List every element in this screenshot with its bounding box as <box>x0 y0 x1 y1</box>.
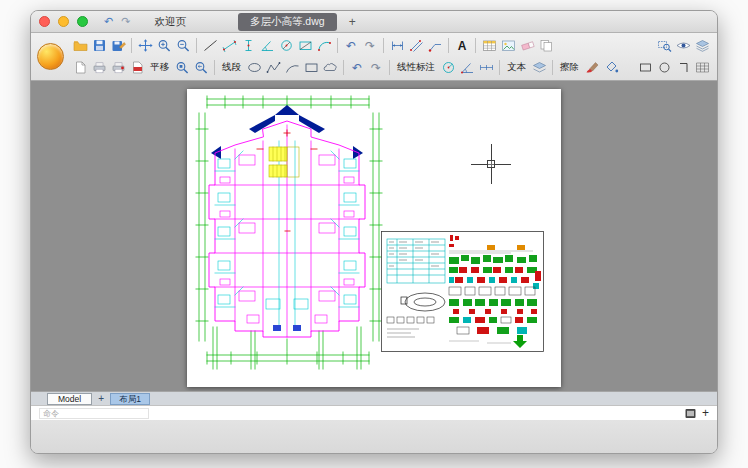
paper-sheet[interactable] <box>187 89 561 387</box>
print-button[interactable] <box>90 59 108 76</box>
text-tool-button[interactable]: A <box>453 37 471 54</box>
toolbar-row-1: ↶ ↷ A <box>71 35 711 56</box>
redo-arrow-icon: ↷ <box>365 40 375 52</box>
linear-dim-label[interactable]: 线性标注 <box>394 61 438 74</box>
measure-distance-button[interactable] <box>220 37 238 54</box>
fullscreen-window-button[interactable] <box>77 16 88 27</box>
paint-bucket-button[interactable] <box>602 59 620 76</box>
line-icon <box>203 39 218 52</box>
save-button[interactable] <box>90 37 108 54</box>
circle-shape-icon <box>657 61 672 74</box>
arc-tool-button[interactable] <box>283 59 301 76</box>
tab-welcome[interactable]: 欢迎页 <box>154 15 186 29</box>
dim-linear-button[interactable] <box>388 37 406 54</box>
undo-small-button[interactable]: ↶ <box>348 59 366 76</box>
preview-toggle-button[interactable] <box>685 408 696 419</box>
rect-shape-button[interactable] <box>636 59 654 76</box>
tab-model[interactable]: Model <box>47 393 92 405</box>
measure-arc-icon <box>317 39 332 52</box>
segment-label[interactable]: 线段 <box>219 61 244 74</box>
rectangle-tool-button[interactable] <box>302 59 320 76</box>
command-bar-plus-button[interactable]: + <box>702 407 709 419</box>
measure-vertical-button[interactable] <box>239 37 257 54</box>
layout-preview-icon <box>685 408 696 419</box>
zoom-previous-icon <box>194 61 209 74</box>
pan-button[interactable] <box>136 37 154 54</box>
zoom-extents-button[interactable] <box>173 59 191 76</box>
paint-bucket-icon <box>604 61 619 74</box>
text-label[interactable]: 文本 <box>504 61 529 74</box>
open-file-button[interactable] <box>71 37 89 54</box>
layers-tool-button[interactable] <box>530 59 548 76</box>
close-window-button[interactable] <box>39 16 50 27</box>
text-a-icon: A <box>458 39 467 53</box>
layers-icon <box>695 39 710 52</box>
save-as-icon <box>111 39 126 52</box>
grid-shape-button[interactable] <box>693 59 711 76</box>
zoom-extents-icon <box>175 61 190 74</box>
zoom-in-button[interactable] <box>155 37 173 54</box>
tab-active-document[interactable]: 多层小高等.dwg <box>238 13 337 31</box>
zoom-window-button[interactable] <box>655 37 673 54</box>
command-bar: + <box>31 405 717 420</box>
save-as-button[interactable] <box>109 37 127 54</box>
export-pdf-icon <box>130 61 145 74</box>
zoom-window-icon <box>657 39 672 52</box>
dim-aligned-button[interactable] <box>407 37 425 54</box>
undo-icon[interactable]: ↶ <box>104 16 113 27</box>
ellipse-tool-button[interactable] <box>245 59 263 76</box>
circle-shape-button[interactable] <box>655 59 673 76</box>
measure-circle-button[interactable] <box>277 37 295 54</box>
brush-icon <box>585 61 600 74</box>
layers-panel-button[interactable] <box>693 37 711 54</box>
redo-icon[interactable]: ↷ <box>121 16 130 27</box>
measure-angle-button[interactable] <box>258 37 276 54</box>
minimize-window-button[interactable] <box>58 16 69 27</box>
polyline-tool-button[interactable] <box>264 59 282 76</box>
add-layout-button[interactable]: + <box>95 393 107 405</box>
eye-icon <box>676 39 691 52</box>
bracket-shape-button[interactable] <box>674 59 692 76</box>
dim-leader-button[interactable] <box>426 37 444 54</box>
polyline-icon <box>266 61 281 74</box>
zoom-previous-button[interactable] <box>192 59 210 76</box>
dim-continue-icon <box>479 61 494 74</box>
cloud-icon <box>323 61 338 74</box>
zoom-out-button[interactable] <box>174 37 192 54</box>
site-plan-viewport <box>382 232 544 352</box>
measure-circle-icon <box>279 39 294 52</box>
pan-label[interactable]: 平移 <box>147 61 172 74</box>
dim-leader-icon <box>428 39 443 52</box>
new-file-icon <box>73 61 88 74</box>
redo-small-button[interactable]: ↷ <box>367 59 385 76</box>
copy-button[interactable] <box>537 37 555 54</box>
erase-label[interactable]: 擦除 <box>557 61 582 74</box>
measure-arc-button[interactable] <box>315 37 333 54</box>
visibility-button[interactable] <box>674 37 692 54</box>
grid-icon <box>695 61 710 74</box>
measure-area-icon <box>298 39 313 52</box>
measure-vertical-icon <box>241 39 256 52</box>
dim-radius-button[interactable] <box>439 59 457 76</box>
drawing-canvas[interactable] <box>31 81 717 391</box>
dim-angle-icon <box>460 61 475 74</box>
pan-icon <box>138 39 153 52</box>
revision-cloud-button[interactable] <box>321 59 339 76</box>
new-file-button[interactable] <box>71 59 89 76</box>
measure-area-button[interactable] <box>296 37 314 54</box>
table-tool-button[interactable] <box>480 37 498 54</box>
eraser-button[interactable] <box>518 37 536 54</box>
new-tab-button[interactable]: + <box>349 15 356 29</box>
tab-layout1[interactable]: 布局1 <box>110 393 150 405</box>
brush-tool-button[interactable] <box>583 59 601 76</box>
layer-stack-icon <box>532 61 547 74</box>
draw-line-button[interactable] <box>201 37 219 54</box>
print-preview-button[interactable] <box>109 59 127 76</box>
dim-angle-button[interactable] <box>458 59 476 76</box>
insert-image-button[interactable] <box>499 37 517 54</box>
dim-continue-button[interactable] <box>477 59 495 76</box>
command-input[interactable] <box>39 408 149 419</box>
redo-button[interactable]: ↷ <box>361 37 379 54</box>
undo-button[interactable]: ↶ <box>342 37 360 54</box>
export-pdf-button[interactable] <box>128 59 146 76</box>
